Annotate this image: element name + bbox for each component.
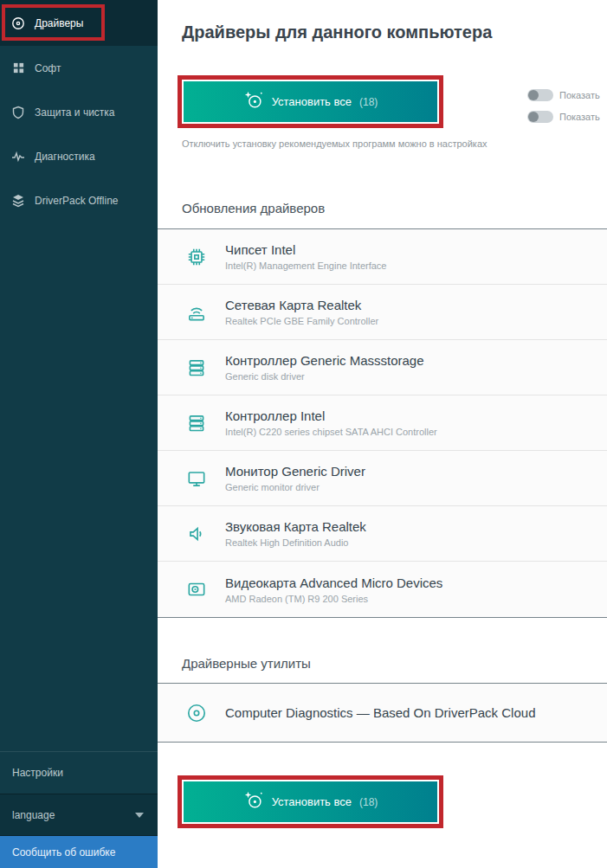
driver-subtitle: Intel(R) Management Engine Interface — [225, 260, 387, 271]
storage-icon — [184, 410, 210, 436]
driver-title: Чипсет Intel — [225, 242, 387, 257]
disc-sparkle-icon — [243, 790, 264, 813]
driver-row-monitor[interactable]: Монитор Generic Driver Generic monitor d… — [158, 451, 607, 506]
chipset-icon — [184, 244, 210, 270]
report-error-label: Сообщить об ошибке — [12, 846, 115, 858]
language-dropdown[interactable]: language — [0, 794, 158, 836]
disc-icon — [10, 16, 26, 31]
driver-row-chipset[interactable]: Чипсет Intel Intel(R) Management Engine … — [158, 229, 607, 285]
settings-label: Настройки — [12, 767, 63, 779]
highlight-box: Установить все (18) — [178, 775, 443, 828]
report-error-button[interactable]: Сообщить об ошибке — [0, 836, 158, 868]
driver-row-video[interactable]: Видеокарта Advanced Micro Devices AMD Ra… — [158, 562, 607, 617]
driver-title: Видеокарта Advanced Micro Devices — [225, 575, 442, 590]
sidebar-item-label: Защита и чистка — [35, 106, 115, 119]
driver-title: Звуковая Карта Realtek — [225, 519, 366, 534]
sidebar-item-diagnostics[interactable]: Диагностика — [0, 134, 158, 178]
driver-title: Монитор Generic Driver — [225, 464, 365, 479]
utility-row-diagnostics[interactable]: Computer Diagnostics — Based On DriverPa… — [158, 684, 607, 742]
toggle-row: Показать — [527, 111, 607, 123]
speaker-icon — [184, 521, 210, 547]
install-all-count: (18) — [359, 96, 378, 108]
sidebar-item-label: Драйверы — [35, 17, 83, 29]
sidebar: Драйверы Софт Защита и чистка Диагностик… — [0, 0, 158, 868]
toggle-label: Показать — [559, 112, 600, 122]
chevron-down-icon — [135, 813, 144, 818]
shield-icon — [10, 105, 26, 120]
driver-row-storage[interactable]: Контроллер Generic Massstorage Generic d… — [158, 340, 607, 395]
sidebar-item-label: Софт — [35, 62, 61, 74]
language-label: language — [12, 809, 55, 821]
driver-subtitle: Realtek PCIe GBE Family Controller — [225, 316, 378, 326]
sidebar-item-soft[interactable]: Софт — [0, 46, 158, 90]
driver-subtitle: AMD Radeon (TM) R9 200 Series — [225, 594, 442, 604]
sidebar-spacer — [0, 222, 158, 751]
show-toggle-2[interactable] — [527, 111, 553, 123]
pulse-icon — [10, 149, 26, 164]
toggle-label: Показать — [559, 90, 600, 100]
monitor-icon — [184, 466, 210, 492]
driverpack-app: Драйверы Софт Защита и чистка Диагностик… — [0, 0, 607, 868]
gpu-icon — [184, 576, 210, 602]
driver-utilities-list: Computer Diagnostics — Based On DriverPa… — [158, 683, 607, 743]
cd-icon — [184, 700, 210, 726]
grid-icon — [10, 61, 26, 76]
driver-title: Сетевая Карта Realtek — [225, 298, 378, 312]
driver-title: Контроллер Generic Massstorage — [225, 353, 424, 368]
driver-updates-list: Чипсет Intel Intel(R) Management Engine … — [158, 228, 607, 618]
toggle-knob — [528, 112, 539, 122]
section-header-driver-updates: Обновления драйверов — [158, 201, 607, 215]
highlight-box: Установить все (18) — [178, 75, 443, 128]
disc-sparkle-icon — [243, 90, 264, 113]
driver-subtitle: Generic disk driver — [225, 371, 424, 382]
main-content: Драйверы для данного компьютера Установи… — [158, 0, 607, 868]
sidebar-item-drivers[interactable]: Драйверы — [0, 0, 158, 46]
install-all-button[interactable]: Установить все (18) — [184, 81, 437, 122]
driver-subtitle: Generic monitor driver — [225, 482, 365, 492]
install-all-count: (18) — [359, 796, 378, 808]
driver-row-controller-intel[interactable]: Контроллер Intel Intel(R) C220 series ch… — [158, 395, 607, 451]
sidebar-item-settings[interactable]: Настройки — [0, 751, 158, 794]
install-all-button-bottom[interactable]: Установить все (18) — [184, 781, 437, 822]
install-all-label: Установить все — [272, 795, 352, 808]
toggle-knob — [528, 90, 539, 100]
driver-subtitle: Intel(R) C220 series chipset SATA AHCI C… — [225, 427, 437, 437]
sidebar-item-label: DriverPack Offline — [35, 195, 118, 207]
sidebar-item-offline[interactable]: DriverPack Offline — [0, 178, 158, 222]
driver-title: Контроллер Intel — [225, 408, 437, 423]
driver-row-network[interactable]: Сетевая Карта Realtek Realtek PCIe GBE F… — [158, 285, 607, 340]
show-toggle-1[interactable] — [527, 89, 553, 101]
driver-subtitle: Realtek High Definition Audio — [225, 537, 366, 548]
sidebar-item-protection[interactable]: Защита и чистка — [0, 90, 158, 134]
network-icon — [184, 299, 210, 325]
layers-icon — [10, 193, 26, 209]
utility-title: Computer Diagnostics — Based On DriverPa… — [225, 705, 535, 720]
toggle-panel: Показать Показать — [527, 89, 607, 132]
sidebar-item-label: Диагностика — [35, 151, 95, 163]
storage-icon — [184, 355, 210, 381]
page-title: Драйверы для данного компьютера — [158, 0, 607, 42]
install-all-label: Установить все — [272, 95, 352, 108]
section-header-driver-utilities: Драйверные утилиты — [158, 656, 607, 671]
driver-row-audio[interactable]: Звуковая Карта Realtek Realtek High Defi… — [158, 506, 607, 562]
toggle-row: Показать — [527, 89, 607, 101]
